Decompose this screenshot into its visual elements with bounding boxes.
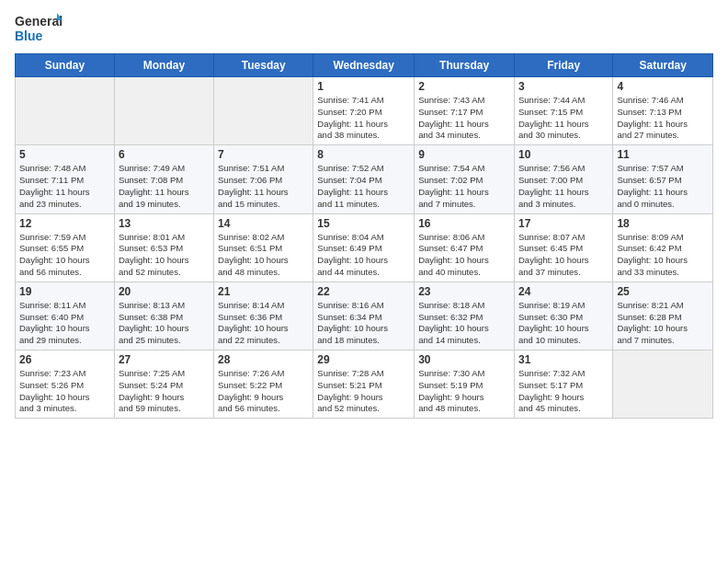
- day-cell: 8Sunrise: 7:52 AM Sunset: 7:04 PM Daylig…: [313, 145, 415, 213]
- day-number: 8: [317, 148, 410, 161]
- week-row-4: 19Sunrise: 8:11 AM Sunset: 6:40 PM Dayli…: [16, 282, 713, 350]
- day-cell: 16Sunrise: 8:06 AM Sunset: 6:47 PM Dayli…: [415, 213, 515, 282]
- day-info: Sunrise: 8:02 AM Sunset: 6:51 PM Dayligh…: [218, 232, 309, 279]
- day-cell: 25Sunrise: 8:21 AM Sunset: 6:28 PM Dayli…: [613, 282, 713, 350]
- day-cell: 29Sunrise: 7:28 AM Sunset: 5:21 PM Dayli…: [313, 350, 415, 419]
- day-number: 14: [218, 217, 309, 230]
- day-number: 5: [19, 148, 110, 161]
- day-cell: 14Sunrise: 8:02 AM Sunset: 6:51 PM Dayli…: [214, 213, 313, 282]
- day-number: 1: [317, 80, 410, 93]
- day-cell: 10Sunrise: 7:56 AM Sunset: 7:00 PM Dayli…: [514, 145, 612, 213]
- day-info: Sunrise: 7:51 AM Sunset: 7:06 PM Dayligh…: [218, 163, 309, 210]
- calendar-table: SundayMondayTuesdayWednesdayThursdayFrid…: [15, 53, 713, 419]
- day-cell: 20Sunrise: 8:13 AM Sunset: 6:38 PM Dayli…: [114, 282, 213, 350]
- day-info: Sunrise: 7:59 AM Sunset: 6:55 PM Dayligh…: [19, 232, 110, 279]
- day-cell: 31Sunrise: 7:32 AM Sunset: 5:17 PM Dayli…: [514, 350, 612, 419]
- day-info: Sunrise: 7:23 AM Sunset: 5:26 PM Dayligh…: [19, 368, 110, 415]
- day-number: 25: [617, 285, 709, 298]
- day-number: 3: [518, 80, 609, 93]
- day-info: Sunrise: 7:44 AM Sunset: 7:15 PM Dayligh…: [518, 95, 609, 142]
- day-info: Sunrise: 7:49 AM Sunset: 7:08 PM Dayligh…: [119, 163, 210, 210]
- day-info: Sunrise: 8:21 AM Sunset: 6:28 PM Dayligh…: [617, 300, 709, 347]
- day-info: Sunrise: 7:32 AM Sunset: 5:17 PM Dayligh…: [518, 368, 609, 415]
- day-number: 19: [19, 285, 110, 298]
- day-cell: 23Sunrise: 8:18 AM Sunset: 6:32 PM Dayli…: [415, 282, 515, 350]
- day-info: Sunrise: 7:52 AM Sunset: 7:04 PM Dayligh…: [317, 163, 410, 210]
- day-cell: 26Sunrise: 7:23 AM Sunset: 5:26 PM Dayli…: [16, 350, 115, 419]
- day-cell: 11Sunrise: 7:57 AM Sunset: 6:57 PM Dayli…: [613, 145, 713, 213]
- day-info: Sunrise: 7:43 AM Sunset: 7:17 PM Dayligh…: [418, 95, 510, 142]
- day-number: 15: [317, 217, 410, 230]
- day-cell: [613, 350, 713, 419]
- day-cell: 22Sunrise: 8:16 AM Sunset: 6:34 PM Dayli…: [313, 282, 415, 350]
- day-cell: 5Sunrise: 7:48 AM Sunset: 7:11 PM Daylig…: [16, 145, 115, 213]
- day-cell: [114, 77, 213, 145]
- day-info: Sunrise: 7:48 AM Sunset: 7:11 PM Dayligh…: [19, 163, 110, 210]
- day-info: Sunrise: 8:19 AM Sunset: 6:30 PM Dayligh…: [518, 300, 609, 347]
- day-number: 18: [617, 217, 709, 230]
- day-info: Sunrise: 8:14 AM Sunset: 6:36 PM Dayligh…: [218, 300, 309, 347]
- day-number: 31: [518, 353, 609, 366]
- week-row-1: 1Sunrise: 7:41 AM Sunset: 7:20 PM Daylig…: [16, 77, 713, 145]
- day-cell: 12Sunrise: 7:59 AM Sunset: 6:55 PM Dayli…: [16, 213, 115, 282]
- day-number: 13: [119, 217, 210, 230]
- day-info: Sunrise: 7:56 AM Sunset: 7:00 PM Dayligh…: [518, 163, 609, 210]
- day-number: 28: [218, 353, 309, 366]
- day-number: 27: [119, 353, 210, 366]
- day-cell: 4Sunrise: 7:46 AM Sunset: 7:13 PM Daylig…: [613, 77, 713, 145]
- day-info: Sunrise: 8:11 AM Sunset: 6:40 PM Dayligh…: [19, 300, 110, 347]
- day-cell: 9Sunrise: 7:54 AM Sunset: 7:02 PM Daylig…: [415, 145, 515, 213]
- day-cell: 1Sunrise: 7:41 AM Sunset: 7:20 PM Daylig…: [313, 77, 415, 145]
- day-cell: [214, 77, 313, 145]
- day-cell: 27Sunrise: 7:25 AM Sunset: 5:24 PM Dayli…: [114, 350, 213, 419]
- page-container: General Blue SundayMondayTuesdayWednesda…: [0, 0, 728, 426]
- weekday-header-tuesday: Tuesday: [214, 54, 313, 77]
- day-number: 24: [518, 285, 609, 298]
- day-number: 10: [518, 148, 609, 161]
- week-row-2: 5Sunrise: 7:48 AM Sunset: 7:11 PM Daylig…: [16, 145, 713, 213]
- day-info: Sunrise: 8:07 AM Sunset: 6:45 PM Dayligh…: [518, 232, 609, 279]
- day-cell: 18Sunrise: 8:09 AM Sunset: 6:42 PM Dayli…: [613, 213, 713, 282]
- week-row-3: 12Sunrise: 7:59 AM Sunset: 6:55 PM Dayli…: [16, 213, 713, 282]
- day-cell: 28Sunrise: 7:26 AM Sunset: 5:22 PM Dayli…: [214, 350, 313, 419]
- weekday-header-friday: Friday: [514, 54, 612, 77]
- day-cell: 17Sunrise: 8:07 AM Sunset: 6:45 PM Dayli…: [514, 213, 612, 282]
- day-number: 29: [317, 353, 410, 366]
- logo-icon: General Blue: [15, 11, 63, 46]
- day-number: 7: [218, 148, 309, 161]
- day-info: Sunrise: 7:25 AM Sunset: 5:24 PM Dayligh…: [119, 368, 210, 415]
- day-cell: [16, 77, 115, 145]
- day-info: Sunrise: 8:13 AM Sunset: 6:38 PM Dayligh…: [119, 300, 210, 347]
- weekday-header-monday: Monday: [114, 54, 213, 77]
- week-row-5: 26Sunrise: 7:23 AM Sunset: 5:26 PM Dayli…: [16, 350, 713, 419]
- day-number: 21: [218, 285, 309, 298]
- svg-text:Blue: Blue: [15, 29, 43, 43]
- day-info: Sunrise: 7:57 AM Sunset: 6:57 PM Dayligh…: [617, 163, 709, 210]
- day-cell: 24Sunrise: 8:19 AM Sunset: 6:30 PM Dayli…: [514, 282, 612, 350]
- day-cell: 2Sunrise: 7:43 AM Sunset: 7:17 PM Daylig…: [415, 77, 515, 145]
- day-cell: 30Sunrise: 7:30 AM Sunset: 5:19 PM Dayli…: [415, 350, 515, 419]
- day-number: 11: [617, 148, 709, 161]
- day-info: Sunrise: 8:04 AM Sunset: 6:49 PM Dayligh…: [317, 232, 410, 279]
- day-cell: 7Sunrise: 7:51 AM Sunset: 7:06 PM Daylig…: [214, 145, 313, 213]
- day-cell: 6Sunrise: 7:49 AM Sunset: 7:08 PM Daylig…: [114, 145, 213, 213]
- day-cell: 13Sunrise: 8:01 AM Sunset: 6:53 PM Dayli…: [114, 213, 213, 282]
- day-info: Sunrise: 8:01 AM Sunset: 6:53 PM Dayligh…: [119, 232, 210, 279]
- day-number: 23: [418, 285, 510, 298]
- day-number: 9: [418, 148, 510, 161]
- day-info: Sunrise: 8:09 AM Sunset: 6:42 PM Dayligh…: [617, 232, 709, 279]
- day-number: 17: [518, 217, 609, 230]
- day-info: Sunrise: 7:46 AM Sunset: 7:13 PM Dayligh…: [617, 95, 709, 142]
- day-info: Sunrise: 7:26 AM Sunset: 5:22 PM Dayligh…: [218, 368, 309, 415]
- logo: General Blue: [15, 11, 63, 46]
- day-number: 4: [617, 80, 709, 93]
- header: General Blue: [15, 11, 713, 46]
- day-number: 30: [418, 353, 510, 366]
- day-number: 2: [418, 80, 510, 93]
- day-info: Sunrise: 8:18 AM Sunset: 6:32 PM Dayligh…: [418, 300, 510, 347]
- day-number: 20: [119, 285, 210, 298]
- day-info: Sunrise: 7:41 AM Sunset: 7:20 PM Dayligh…: [317, 95, 410, 142]
- day-cell: 19Sunrise: 8:11 AM Sunset: 6:40 PM Dayli…: [16, 282, 115, 350]
- weekday-header-sunday: Sunday: [16, 54, 115, 77]
- day-cell: 3Sunrise: 7:44 AM Sunset: 7:15 PM Daylig…: [514, 77, 612, 145]
